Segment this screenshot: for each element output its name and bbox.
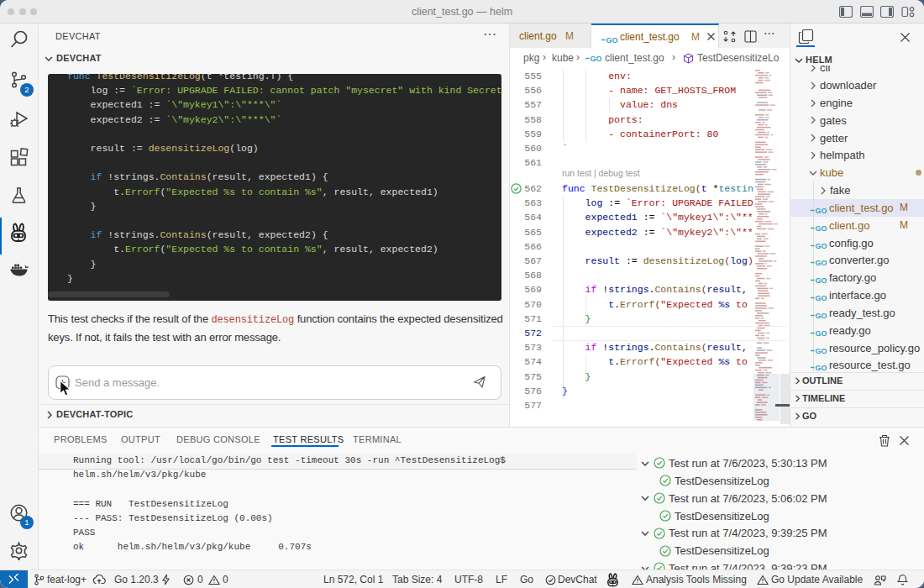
svg-text:GO: GO bbox=[816, 241, 827, 249]
svg-text:GO: GO bbox=[816, 364, 827, 372]
svg-text:GO: GO bbox=[816, 223, 827, 232]
svg-text:GO: GO bbox=[816, 276, 827, 285]
svg-text:GO: GO bbox=[816, 294, 827, 302]
svg-text:GO: GO bbox=[591, 55, 602, 63]
svg-text:GO: GO bbox=[606, 36, 618, 45]
svg-text:GO: GO bbox=[816, 312, 827, 320]
svg-text:GO: GO bbox=[816, 259, 827, 267]
svg-text:GO: GO bbox=[816, 206, 827, 214]
svg-text:GO: GO bbox=[816, 346, 827, 354]
svg-text:GO: GO bbox=[816, 328, 827, 337]
